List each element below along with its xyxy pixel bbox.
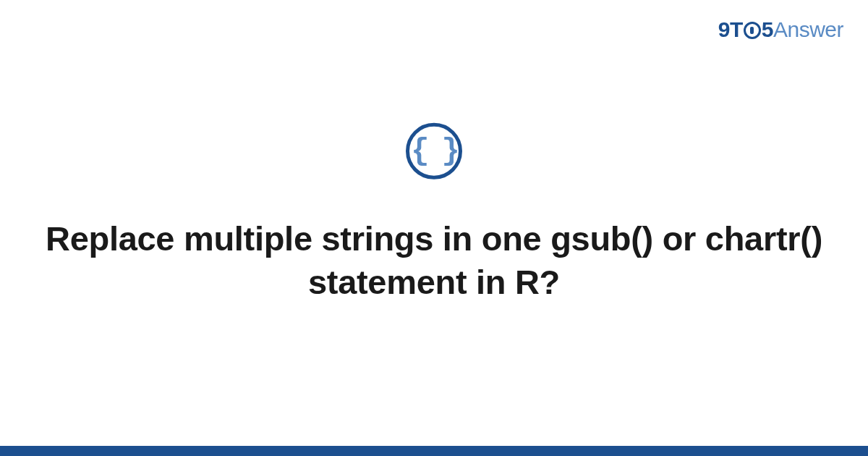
braces-glyph: { } <box>411 136 457 166</box>
site-logo: 9T 5 Answer <box>718 17 843 42</box>
logo-text-9t: 9T <box>718 17 743 42</box>
question-title: Replace multiple strings in one gsub() o… <box>43 217 825 304</box>
footer-accent-bar <box>0 446 868 456</box>
main-content: { } Replace multiple strings in one gsub… <box>0 123 868 304</box>
logo-text-answer: Answer <box>773 17 843 42</box>
code-braces-icon: { } <box>406 123 462 180</box>
logo-text-5: 5 <box>762 17 773 42</box>
logo-clock-icon <box>744 22 761 39</box>
